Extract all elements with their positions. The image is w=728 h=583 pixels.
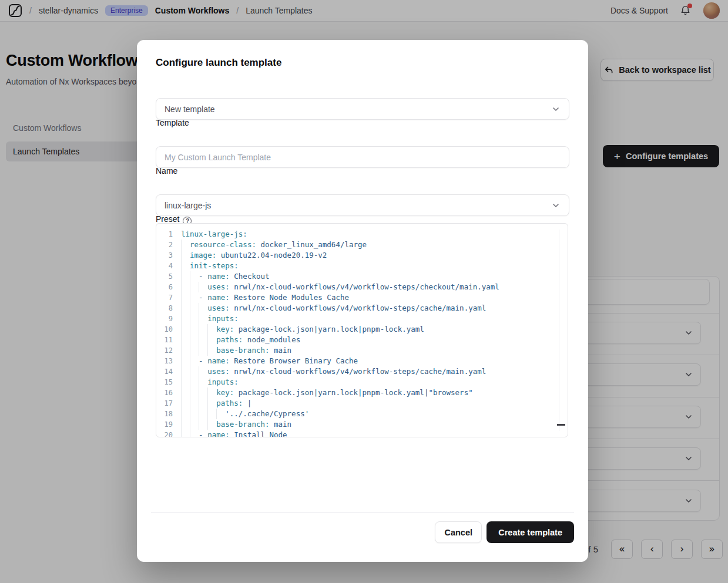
chevron-down-icon [551,201,561,210]
line-number: 8 [156,303,181,314]
line-number: 20 [156,430,181,437]
line-number: 19 [156,419,181,430]
template-select-value: New template [165,105,215,114]
code-line: 10key: package-lock.json|yarn.lock|pnpm-… [156,324,568,335]
code-line: 14uses: nrwl/nx-cloud-workflows/v4/workf… [156,366,568,377]
footer-divider [151,512,574,513]
line-number: 10 [156,324,181,335]
preset-select-value: linux-large-js [165,201,211,210]
template-select[interactable]: New template [156,98,569,120]
configure-launch-template-modal: Configure launch template Template New t… [137,40,588,562]
editor-scroll-thumb[interactable] [557,424,565,426]
line-number: 17 [156,398,181,409]
code-line: 1linux-large-js: [156,229,568,240]
line-number: 3 [156,250,181,261]
code-line: 20- name: Install Node [156,430,568,437]
line-number: 7 [156,292,181,303]
line-number: 11 [156,335,181,345]
line-number: 2 [156,240,181,250]
code-line: 19base-branch: main [156,419,568,430]
modal-title: Configure launch template [156,57,281,69]
code-line: 17paths: | [156,398,568,409]
line-number: 9 [156,314,181,324]
modal-footer: Cancel Create template [435,521,574,543]
line-number: 1 [156,229,181,240]
code-line: 15inputs: [156,377,568,387]
line-number: 18 [156,409,181,419]
code-line: 3image: ubuntu22.04-node20.19-v2 [156,250,568,261]
line-number: 13 [156,356,181,366]
line-number: 5 [156,271,181,282]
editor-scrollbar-track [559,230,559,431]
code-line: 11paths: node_modules [156,335,568,345]
code-line: 5- name: Checkout [156,271,568,282]
code-line: 4init-steps: [156,261,568,271]
code-line: 16key: package-lock.json|yarn.lock|pnpm-… [156,387,568,398]
code-line: 12base-branch: main [156,345,568,356]
app-window: / stellar-dynamics Enterprise Custom Wor… [0,0,728,583]
cancel-button[interactable]: Cancel [435,521,482,543]
line-number: 4 [156,261,181,271]
code-line: 7- name: Restore Node Modules Cache [156,292,568,303]
code-line: 8uses: nrwl/nx-cloud-workflows/v4/workfl… [156,303,568,314]
line-number: 16 [156,387,181,398]
code-line: 13- name: Restore Browser Binary Cache [156,356,568,366]
line-number: 12 [156,345,181,356]
code-lines: 1linux-large-js:2resource-class: docker_… [156,229,568,437]
line-number: 6 [156,282,181,292]
preset-select[interactable]: linux-large-js [156,194,569,216]
code-line: 2resource-class: docker_linux_amd64/larg… [156,240,568,250]
line-number: 14 [156,366,181,377]
code-line: 6uses: nrwl/nx-cloud-workflows/v4/workfl… [156,282,568,292]
line-number: 15 [156,377,181,387]
name-input-value: My Custom Launch Template [165,153,271,162]
code-line: 18'../.cache/Cypress' [156,409,568,419]
yaml-editor[interactable]: 1linux-large-js:2resource-class: docker_… [156,223,568,437]
chevron-down-icon [551,105,561,114]
create-template-button[interactable]: Create template [487,521,574,543]
code-line: 9inputs: [156,314,568,324]
name-input[interactable]: My Custom Launch Template [156,146,569,168]
